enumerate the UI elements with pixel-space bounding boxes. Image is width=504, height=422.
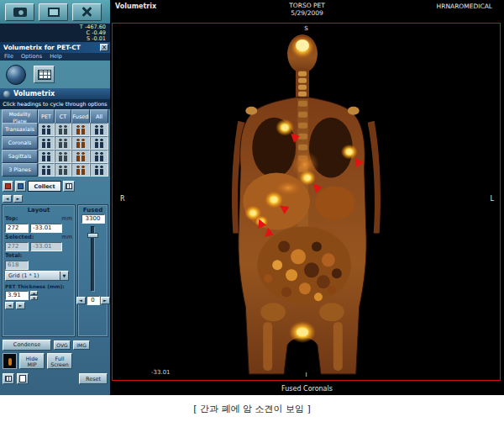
spinner-down-button[interactable]: ▼ [30,296,38,300]
layout-panel: Layout Top: mm 272 -33.01 Selected: mm [2,204,76,337]
control-sidebar: T -467.60 C -0.49 S -0.01 Volumetrix for… [0,0,110,395]
view-cell-sagittals-pet[interactable] [38,150,55,163]
scroll-left-button[interactable]: ◄ [3,195,12,203]
body-figure-icon [58,151,69,161]
view-cell-transaxials-pet[interactable] [38,123,55,136]
spreadsheet-icon [38,70,51,80]
view-cell-coronals-fused[interactable] [71,136,90,150]
mode-buttons [0,61,110,88]
s-coordinate: S -0.01 [4,36,106,42]
fused-slider-thumb[interactable] [87,233,98,238]
study-date: 5/29/2009 [110,9,504,17]
body-figure-icon [94,151,105,161]
view-cell-sagittals-fused[interactable] [71,150,90,163]
app-label-bar[interactable]: Volumetrix [0,88,110,99]
body-figure-icon [58,165,69,175]
page-icon [19,375,26,382]
grid-icon [66,183,72,189]
fused-panel-title: Fused [83,207,102,214]
fused-low-increase-button[interactable]: ► [101,297,110,304]
prev-slice-button[interactable]: ◄ [5,302,14,309]
data-grid-button[interactable] [34,66,55,83]
view-cell-transaxials-ct[interactable] [55,123,71,136]
slice-position-readout: -33.01 [151,369,171,376]
body-figure-icon [76,138,87,148]
fused-level-slider[interactable] [91,226,95,292]
body-figure-icon [76,151,87,161]
bottom-buttons-row: Reset [0,372,110,385]
full-screen-button[interactable]: Full Screen [47,353,72,369]
full-screen-label-line2: Screen [50,361,69,367]
volumetrix-icon [3,91,10,98]
body-figure-icon [76,165,87,175]
tools-icon [81,6,93,18]
top-unit-label: mm [61,215,72,222]
close-icon: × [102,44,108,51]
right-arrow-icon: ► [103,298,107,303]
view-cell-3planes-pet[interactable] [38,163,55,177]
view-cell-transaxials-all[interactable] [90,123,108,136]
right-arrow-icon: ► [17,196,20,201]
window-titlebar: Volumetrix for PET-CT × [0,42,110,53]
total-value: 618 [5,261,29,270]
row-header-sagittals[interactable]: Sagittals [2,150,38,163]
view-cell-3planes-all[interactable] [90,163,108,177]
keypad-button[interactable] [3,373,14,384]
grid-layout-dropdown[interactable]: Grid (1 * 1) ▼ [5,271,69,281]
spinner-up-button[interactable]: ▲ [30,291,38,295]
condense-row: Condense OVG IMG [0,339,110,351]
view-cell-3planes-ct[interactable] [55,163,71,177]
next-slice-button[interactable]: ► [16,302,25,309]
top-slice-input[interactable]: 272 [5,224,29,233]
down-arrow-icon: ▼ [33,297,35,300]
settings-panels: Layout Top: mm 272 -33.01 Selected: mm [2,204,108,337]
fused-level-input[interactable]: 3300 [81,214,105,224]
body-figure-icon [58,138,69,148]
view-cell-3planes-fused[interactable] [71,163,90,177]
window-title: Volumetrix for PET-CT [3,44,81,51]
view-cell-coronals-pet[interactable] [38,136,55,150]
collect-button[interactable]: Collect [28,181,61,192]
fused-low-input[interactable]: 0 [87,296,100,305]
report-button[interactable] [17,373,29,384]
mip-thumbnail-button[interactable] [3,353,17,369]
top-label: Top: [5,215,18,222]
close-button[interactable]: × [100,44,108,51]
view-cell-coronals-all[interactable] [90,136,108,150]
view-cell-coronals-ct[interactable] [55,136,71,150]
hide-mip-button[interactable]: Hide MIP [19,353,45,369]
tools-button[interactable] [72,3,102,21]
layout-panel-title: Layout [5,207,72,214]
top-position-input[interactable]: -33.01 [30,224,62,233]
left-arrow-icon: ◄ [8,303,12,308]
grid-layout-value: Grid (1 * 1) [8,272,39,279]
workstation-button[interactable] [39,3,68,21]
view-cell-sagittals-all[interactable] [90,150,108,163]
marker-tool-button[interactable] [15,181,26,192]
fused-low-decrease-button[interactable]: ◄ [76,297,86,304]
view-cell-transaxials-fused[interactable] [71,123,90,136]
roi-tool-button[interactable] [3,181,13,192]
body-figure-icon [41,124,52,135]
thickness-input[interactable]: 3.91 [5,291,29,300]
view-cell-sagittals-ct[interactable] [55,150,71,163]
chevron-down-icon: ▼ [60,272,68,280]
right-marker: R [120,195,125,203]
menu-file[interactable]: File [4,53,13,60]
volume-sphere-button[interactable] [6,65,26,85]
image-viewport[interactable]: S R L I -33.01 [112,23,501,381]
cursor-position-readout: T -467.60 C -0.49 S -0.01 [0,24,110,42]
camera-button[interactable] [5,3,34,21]
ovg-button[interactable]: OVG [54,340,71,350]
menu-help[interactable]: Help [50,53,62,60]
img-button[interactable]: IMG [73,340,90,350]
scroll-right-button[interactable]: ► [13,195,23,203]
reset-button[interactable]: Reset [79,373,108,384]
row-header-coronals[interactable]: Coronals [2,136,38,150]
layout-tool-button[interactable] [63,181,75,192]
menu-options[interactable]: Options [21,53,42,60]
row-header-3planes[interactable]: 3 Planes [2,163,38,177]
row-header-transaxials[interactable]: Transaxials [2,123,38,136]
condense-button[interactable]: Condense [3,340,51,351]
up-arrow-icon: ▲ [33,292,35,295]
